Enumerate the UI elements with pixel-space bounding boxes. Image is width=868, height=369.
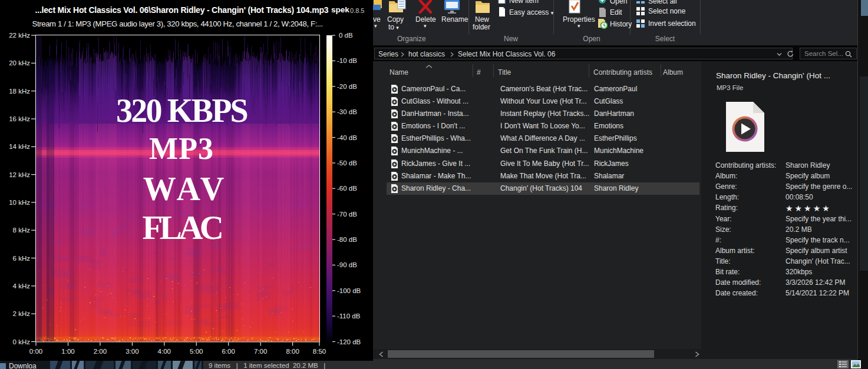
svg-text:2:00: 2:00 (94, 348, 107, 355)
svg-text:5:00: 5:00 (190, 348, 203, 355)
svg-text:7:00: 7:00 (254, 348, 267, 355)
svg-text:20 kHz: 20 kHz (9, 59, 30, 67)
svg-text:-110 dB: -110 dB (337, 313, 361, 320)
svg-text:6:00: 6:00 (222, 348, 235, 355)
svg-text:-90 dB: -90 dB (337, 261, 357, 268)
svg-text:6 kHz: 6 kHz (13, 255, 31, 262)
svg-text:-10 dB: -10 dB (337, 57, 357, 64)
svg-text:0 dB: 0 dB (339, 32, 353, 39)
svg-text:-120 dB: -120 dB (337, 338, 361, 345)
svg-text:4:00: 4:00 (158, 348, 171, 355)
svg-text:3:00: 3:00 (126, 348, 138, 355)
svg-text:1:00: 1:00 (61, 348, 74, 355)
svg-text:0:00: 0:00 (29, 348, 42, 355)
svg-text:-100 dB: -100 dB (337, 287, 361, 294)
svg-text:8:50: 8:50 (313, 348, 326, 355)
svg-text:8:00: 8:00 (286, 348, 299, 355)
svg-text:4 kHz: 4 kHz (13, 282, 31, 290)
svg-text:-20 dB: -20 dB (337, 83, 357, 90)
svg-text:22 kHz: 22 kHz (9, 32, 30, 39)
svg-text:0 kHz: 0 kHz (13, 338, 31, 345)
svg-text:2 kHz: 2 kHz (13, 310, 31, 317)
